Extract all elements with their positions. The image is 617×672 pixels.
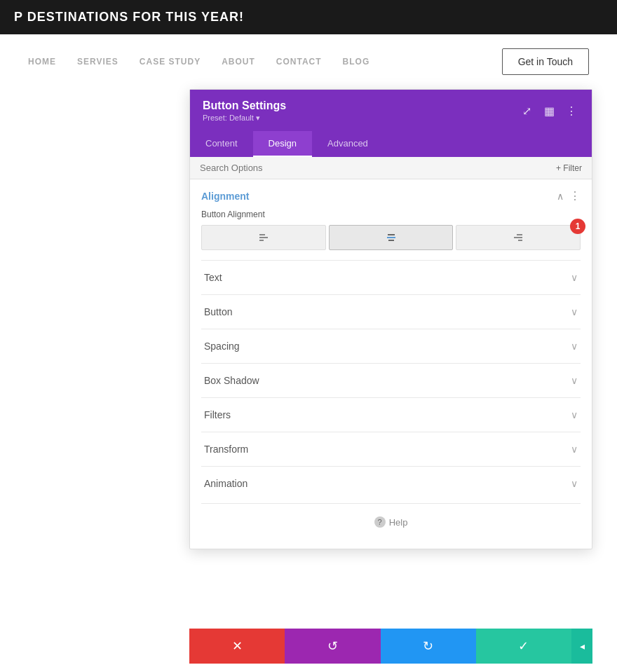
panel-header: Button Settings Preset: Default ▾ ⤢ ▦ ⋮ [190,90,592,131]
accordion-text: Text ∨ [201,260,581,294]
help-link[interactable]: ? Help [374,516,408,528]
align-left-icon [258,232,269,243]
accordion-boxshadow-chevron: ∨ [571,375,578,386]
undo-button[interactable]: ↺ [285,629,380,664]
help-icon: ? [374,516,386,528]
alignment-field-label: Button Alignment [201,210,581,219]
filter-button[interactable]: + Filter [556,163,582,173]
accordion-text-chevron: ∨ [571,272,578,283]
accordion-animation: Animation ∨ [201,466,581,500]
help-label: Help [389,517,408,528]
search-input[interactable] [200,163,556,173]
alignment-options: 1 [201,225,581,250]
section-collapse-icon[interactable]: ∧ [557,191,564,202]
search-bar: + Filter [190,157,592,179]
top-bar-text: P DESTINATIONS FOR THIS YEAR! [14,10,244,24]
alignment-section-header: Alignment ∧ ⋮ [201,189,581,203]
redo-button[interactable]: ↻ [381,629,476,664]
accordion-button-header[interactable]: Button ∨ [201,295,581,329]
panel-area: Button Settings Preset: Default ▾ ⤢ ▦ ⋮ … [0,89,617,664]
accordion-transform-label: Transform [204,444,248,455]
align-center-icon [386,232,397,243]
align-right-button[interactable]: 1 [456,225,581,250]
accordion-text-header[interactable]: Text ∨ [201,261,581,294]
nav-home[interactable]: HOME [28,57,56,67]
accordion-animation-label: Animation [204,478,248,489]
alignment-section: Alignment ∧ ⋮ Button Alignment [201,189,581,250]
expand-icon[interactable]: ⤢ [519,104,534,119]
panel-header-left: Button Settings Preset: Default ▾ [203,100,286,123]
more-icon[interactable]: ⋮ [564,104,579,119]
get-in-touch-button[interactable]: Get in Touch [502,48,589,75]
accordion-spacing-chevron: ∨ [571,341,578,352]
grid-icon[interactable]: ▦ [541,104,557,119]
tab-content[interactable]: Content [190,131,253,157]
nav-blog[interactable]: BLOG [343,57,370,67]
panel-title: Button Settings [203,100,286,112]
panel-preset[interactable]: Preset: Default ▾ [203,114,286,123]
tab-advanced[interactable]: Advanced [312,131,384,157]
accordion-boxshadow-header[interactable]: Box Shadow ∨ [201,364,581,397]
nav-links: HOME SERVIES CASE STUDY ABOUT CONTACT BL… [28,57,369,67]
collapse-button[interactable]: ◂ [571,629,592,664]
accordion-filters-label: Filters [204,409,231,420]
accordion-animation-chevron: ∨ [571,478,578,489]
top-bar: P DESTINATIONS FOR THIS YEAR! [0,0,617,34]
accordion-text-label: Text [204,272,222,283]
accordion-spacing: Spacing ∨ [201,329,581,363]
section-more-icon[interactable]: ⋮ [569,189,581,203]
align-right-icon [513,232,524,243]
accordion-button-chevron: ∨ [571,306,578,317]
accordion-spacing-header[interactable]: Spacing ∨ [201,329,581,363]
cancel-button[interactable]: ✕ [189,629,285,664]
nav-contact[interactable]: CONTACT [276,57,322,67]
section-controls: ∧ ⋮ [557,189,581,203]
accordion-boxshadow: Box Shadow ∨ [201,363,581,397]
nav-services[interactable]: SERVIES [77,57,118,67]
nav-bar: HOME SERVIES CASE STUDY ABOUT CONTACT BL… [0,34,617,89]
panel-body: Alignment ∧ ⋮ Button Alignment [190,179,592,549]
badge-red: 1 [570,219,585,234]
panel-tabs: Content Design Advanced [190,131,592,157]
accordion-button-label: Button [204,306,232,317]
align-left-button[interactable] [201,225,326,250]
accordion-animation-header[interactable]: Animation ∨ [201,467,581,500]
accordion-button: Button ∨ [201,294,581,329]
panel-header-icons: ⤢ ▦ ⋮ [519,104,579,119]
align-center-button[interactable] [329,225,454,250]
accordion-filters: Filters ∨ [201,397,581,432]
nav-about[interactable]: ABOUT [222,57,255,67]
accordion-filters-chevron: ∨ [571,409,578,420]
accordion-filters-header[interactable]: Filters ∨ [201,398,581,432]
accordion-spacing-label: Spacing [204,341,240,352]
accordion-list: Text ∨ Button ∨ Spacing ∨ [201,260,581,500]
tab-design[interactable]: Design [253,131,312,157]
accordion-transform-header[interactable]: Transform ∨ [201,432,581,466]
settings-panel: Button Settings Preset: Default ▾ ⤢ ▦ ⋮ … [189,89,592,549]
action-bar: ✕ ↺ ↻ ✓ ◂ [189,629,592,664]
confirm-button[interactable]: ✓ [476,629,571,664]
help-section: ? Help [201,503,581,539]
accordion-transform-chevron: ∨ [571,444,578,455]
accordion-transform: Transform ∨ [201,432,581,466]
alignment-title: Alignment [201,191,249,202]
accordion-boxshadow-label: Box Shadow [204,375,259,386]
nav-casestudy[interactable]: CASE STUDY [140,57,201,67]
